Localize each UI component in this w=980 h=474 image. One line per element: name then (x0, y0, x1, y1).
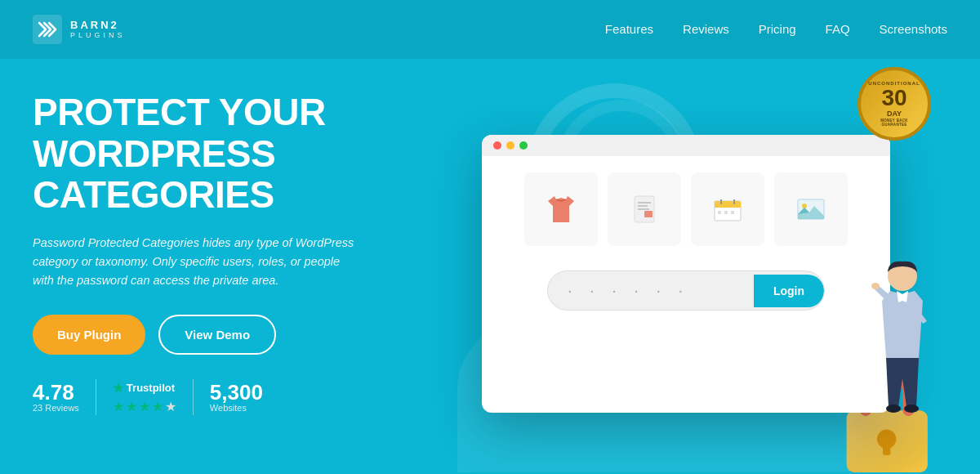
logo-icon (33, 15, 62, 44)
hero-stats: 4.78 23 Reviews ★ Trustpilot ★ ★ ★ ★ ★ (33, 379, 425, 415)
brand-subtitle: PLUGINS (70, 31, 126, 40)
browser-bar (482, 135, 890, 156)
password-row: · · · · · · Login (501, 271, 871, 311)
trustpilot-star-icon: ★ (113, 381, 123, 396)
star-row: ★ ★ ★ ★ ★ (113, 399, 176, 414)
nav-pricing[interactable]: Pricing (759, 22, 796, 36)
rating-reviews: 23 Reviews (33, 403, 79, 413)
hero-buttons: Buy Plugin View Demo (33, 315, 425, 355)
login-button[interactable]: Login (754, 275, 824, 307)
navbar: BARN2 PLUGINS Features Reviews Pricing F… (0, 0, 980, 59)
hero-section: PROTECT YOUR WORDPRESS CATEGORIES Passwo… (0, 59, 980, 472)
calendar-icon (706, 188, 749, 230)
nav-reviews[interactable]: Reviews (683, 22, 729, 36)
svg-rect-13 (731, 211, 734, 214)
browser-dot-yellow (506, 141, 514, 150)
svg-rect-5 (644, 211, 653, 217)
browser-content: · · · · · · Login (482, 156, 890, 327)
trustpilot-label: Trustpilot (127, 382, 175, 394)
star-1: ★ (113, 399, 124, 414)
money-back-badge: UNCONDITIONAL 30 DAY MONEY BACKGUARANTEE (858, 67, 931, 141)
stat-divider-2 (193, 379, 194, 415)
websites-block: 5,300 Websites (210, 382, 263, 413)
hero-title: PROTECT YOUR WORDPRESS CATEGORIES (33, 92, 425, 216)
document-icon (623, 188, 666, 230)
star-5: ★ (165, 399, 176, 414)
browser-dot-green (519, 141, 528, 150)
product-card-calendar (691, 172, 764, 246)
svg-rect-12 (724, 211, 728, 214)
nav-features[interactable]: Features (605, 22, 653, 36)
websites-label: Websites (210, 403, 263, 413)
nav-screenshots[interactable]: Screenshots (880, 22, 947, 36)
svg-point-18 (886, 405, 901, 413)
star-3: ★ (139, 399, 150, 414)
browser-dot-red (493, 141, 501, 150)
star-4: ★ (152, 399, 163, 414)
shirt-icon (540, 188, 582, 230)
svg-rect-0 (33, 15, 62, 44)
nav-links: Features Reviews Pricing FAQ Screenshots (605, 22, 947, 37)
star-2: ★ (126, 399, 137, 414)
websites-count: 5,300 (210, 382, 263, 403)
rating-block: 4.78 23 Reviews (33, 382, 79, 413)
buy-plugin-button[interactable]: Buy Plugin (33, 315, 145, 355)
password-dots: · · · · · · (548, 271, 754, 310)
logo[interactable]: BARN2 PLUGINS (33, 15, 126, 44)
svg-rect-8 (715, 204, 741, 208)
product-card-doc (608, 172, 681, 246)
hero-left: PROTECT YOUR WORDPRESS CATEGORIES Passwo… (33, 59, 425, 472)
view-demo-button[interactable]: View Demo (158, 315, 276, 355)
badge-day-text: DAY (887, 110, 902, 118)
stat-divider-1 (96, 379, 96, 415)
product-card-image (774, 172, 848, 246)
badge-number: 30 (881, 87, 906, 110)
trustpilot-logo: ★ Trustpilot (113, 381, 176, 396)
hero-description: Password Protected Categories hides any … (33, 234, 359, 291)
svg-point-19 (904, 405, 919, 413)
nav-faq[interactable]: FAQ (826, 22, 850, 36)
product-icons-row (501, 172, 871, 246)
rating-score: 4.78 (33, 382, 79, 403)
image-icon (790, 188, 832, 230)
brand-name: BARN2 (70, 19, 126, 32)
badge-bottom-text: MONEY BACKGUARANTEE (880, 118, 908, 127)
person-figure (841, 244, 939, 472)
hero-right: UNCONDITIONAL 30 DAY MONEY BACKGUARANTEE (425, 59, 947, 472)
product-card-shirt (524, 172, 598, 246)
svg-rect-11 (718, 211, 721, 214)
browser-mockup: · · · · · · Login (482, 135, 890, 413)
svg-point-17 (871, 283, 880, 289)
trustpilot-block: ★ Trustpilot ★ ★ ★ ★ ★ (113, 381, 176, 414)
